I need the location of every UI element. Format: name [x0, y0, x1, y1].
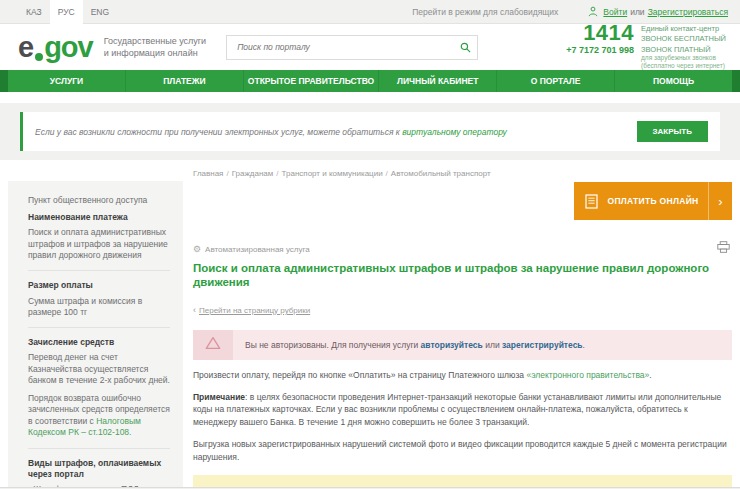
sidebar-payment-name-heading: Наименование платежа	[28, 212, 170, 223]
breadcrumb: Главная/Гражданам/Транспорт и коммуникац…	[193, 169, 732, 178]
sidebar-payment-size-text: Сумма штрафа и комиссия в размере 100 тг	[28, 296, 170, 319]
print-button[interactable]	[715, 240, 732, 254]
sidebar-payment-size-heading: Размер оплаты	[28, 280, 170, 291]
notice-section: Если у вас возникли сложности при получе…	[0, 103, 740, 160]
alert-text-3: .	[583, 340, 585, 350]
lang-rus[interactable]: РУС	[50, 0, 83, 24]
content-area: Пункт общественного доступа Наименование…	[0, 160, 740, 489]
logo-text-e: e	[18, 33, 33, 62]
chevron-right-icon: ›	[708, 182, 732, 220]
back-to-rubric-link[interactable]: Перейти на страницу рубрики	[199, 306, 310, 315]
international-note-1: для зарубежных звонков	[641, 54, 726, 62]
egov-portal-page: КАЗ РУС ENG Перейти в режим для слабовид…	[0, 0, 740, 489]
sidebar-fine-types-heading: Виды штрафов, оплачиваемых через портал	[28, 458, 170, 480]
register-inline-link[interactable]: зарегистрируйтесь	[502, 340, 583, 350]
sidebar-divider	[28, 270, 170, 271]
note-body: : в целях безопасности проведения Интерн…	[193, 392, 721, 428]
register-link[interactable]: Зарегистрироваться	[648, 7, 728, 17]
alert-message: Вы не авторизованы. Для получения услуги…	[233, 331, 597, 359]
gear-icon: ⚙	[193, 245, 201, 254]
tagline-line-1: Государственные услуги	[104, 35, 206, 47]
language-switcher: КАЗ РУС ENG	[18, 0, 117, 24]
nav-payments[interactable]: ПЛАТЕЖИ	[126, 70, 244, 92]
breadcrumb-citizens[interactable]: Гражданам	[232, 169, 274, 178]
sidebar-divider	[28, 327, 170, 328]
upload-info-text: Выгрузка новых зарегистрированных наруше…	[193, 438, 732, 464]
not-authorized-alert: Вы не авторизованы. Для получения услуги…	[193, 330, 732, 360]
lang-eng[interactable]: ENG	[83, 0, 117, 24]
main-navigation: УСЛУГИ ПЛАТЕЖИ ОТКРЫТОЕ ПРАВИТЕЛЬСТВО ЛИ…	[0, 70, 740, 92]
contact-center-label-2: ЗВОНОК БЕСПЛАТНЫЙ	[641, 34, 726, 43]
receipt-icon	[585, 194, 598, 209]
virtual-operator-link[interactable]: виртуальному оператору	[402, 127, 507, 137]
tagline-line-2: и информация онлайн	[104, 47, 206, 59]
top-bar-right: Перейти в режим для слабовидящих Войти и…	[412, 6, 728, 17]
payment-instruction-text: Произвести оплату, перейдя по кнопке «Оп…	[193, 369, 732, 382]
authorize-link[interactable]: авторизуйтесь	[421, 340, 483, 350]
sidebar-public-access-link[interactable]: Пункт общественного доступа	[28, 195, 170, 205]
service-info-sidebar: Пункт общественного доступа Наименование…	[8, 181, 183, 489]
accessibility-mode-link[interactable]: Перейти в режим для слабовидящих	[412, 7, 558, 17]
alert-text-2: или	[483, 340, 502, 350]
international-number: +7 7172 701 998	[566, 45, 634, 55]
search-box	[226, 35, 478, 60]
nav-services[interactable]: УСЛУГИ	[8, 70, 126, 92]
main-column: Главная/Гражданам/Транспорт и коммуникац…	[183, 160, 732, 489]
portal-tagline: Государственные услуги и информация онла…	[104, 35, 206, 59]
lang-kaz[interactable]: КАЗ	[18, 0, 50, 24]
breadcrumb-separator: /	[276, 169, 278, 178]
warning-icon-cell	[193, 330, 233, 360]
contact-center-labels: Единый контакт-центр ЗВОНОК БЕСПЛАТНЫЙ	[641, 23, 726, 43]
sidebar-crediting-text-1: Перевод денег на счет Казначейства осуще…	[28, 352, 170, 386]
back-link-row: ‹Перейти на страницу рубрики	[193, 299, 732, 317]
international-label: ЗВОНОК ПЛАТНЫЙ	[641, 45, 726, 54]
logo-text-gov: gov	[44, 33, 93, 62]
breadcrumb-current: Автомобильный транспорт	[391, 169, 491, 178]
breadcrumb-separator: /	[226, 169, 228, 178]
login-separator: или	[630, 7, 644, 17]
nav-open-government[interactable]: ОТКРЫТОЕ ПРАВИТЕЛЬСТВО	[244, 70, 379, 92]
contact-center-label-1: Единый контакт-центр	[641, 24, 726, 33]
nav-personal-cabinet[interactable]: ЛИЧНЫЙ КАБИНЕТ	[379, 70, 497, 92]
page-title: Поиск и оплата административных штрафов …	[193, 261, 732, 290]
breadcrumb-separator: /	[386, 169, 388, 178]
payment-instruction-end: .	[649, 370, 651, 380]
nav-about-portal[interactable]: О ПОРТАЛЕ	[497, 70, 615, 92]
breadcrumb-home[interactable]: Главная	[193, 169, 223, 178]
sidebar-crediting-heading: Зачисление средств	[28, 337, 170, 348]
egov-logo[interactable]: egov	[18, 33, 93, 62]
payment-gateway-link[interactable]: «электронного правительства»	[526, 370, 649, 380]
header: egov Государственные услуги и информация…	[0, 24, 740, 70]
notice-text: Если у вас возникли сложности при получе…	[35, 127, 507, 137]
chevron-left-icon: ‹	[193, 305, 196, 315]
sidebar-payment-name-text: Поиск и оплата административных штрафов …	[28, 227, 170, 261]
pay-online-button[interactable]: ОПЛАТИТЬ ОНЛАЙН ›	[574, 182, 732, 220]
logo-dot-icon	[35, 53, 43, 61]
alert-text-1: Вы не авторизованы. Для получения услуги	[245, 340, 421, 350]
nav-help[interactable]: ПОМОЩЬ	[615, 70, 732, 92]
international-labels: ЗВОНОК ПЛАТНЫЙ для зарубежных звонков (б…	[641, 45, 726, 70]
search-icon[interactable]	[460, 42, 471, 53]
pay-online-label: ОПЛАТИТЬ ОНЛАЙН	[598, 196, 708, 206]
note-label: Примечание	[193, 392, 245, 402]
notice-message: Если у вас возникли сложности при получе…	[35, 127, 402, 137]
note-text: Примечание: в целях безопасности проведе…	[193, 391, 732, 429]
warning-triangle-icon	[205, 336, 221, 354]
sidebar-crediting-text-2: Порядок возврата ошибочно зачисленных ср…	[28, 393, 170, 439]
close-notice-button[interactable]: ЗАКРЫТЬ	[637, 121, 708, 142]
breadcrumb-transport[interactable]: Транспорт и коммуникации	[282, 169, 383, 178]
meta-row: ⚙ Автоматизированная услуга	[193, 240, 732, 254]
sidebar-divider	[28, 448, 170, 449]
user-icon	[588, 6, 598, 17]
payment-instruction-start: Произвести оплату, перейдя по кнопке «Оп…	[193, 370, 526, 380]
automated-service-text: Автоматизированная услуга	[205, 245, 310, 254]
automated-service-label: ⚙ Автоматизированная услуга	[193, 245, 310, 254]
contact-center-number: 1414	[566, 23, 634, 44]
search-input[interactable]	[226, 35, 478, 60]
login-link[interactable]: Войти	[603, 7, 627, 17]
contact-phones: 1414 Единый контакт-центр ЗВОНОК БЕСПЛАТ…	[566, 23, 728, 70]
virtual-operator-notice: Если у вас возникли сложности при получе…	[20, 112, 720, 151]
